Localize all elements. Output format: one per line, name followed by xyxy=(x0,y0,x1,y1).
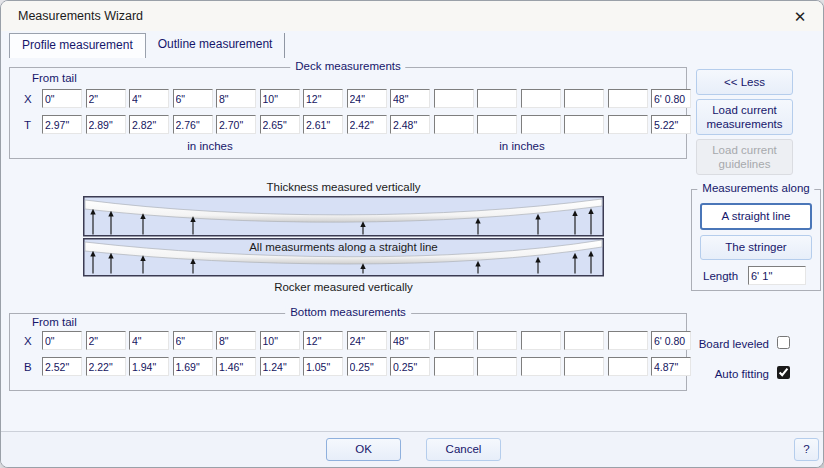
tab-profile-measurement[interactable]: Profile measurement xyxy=(9,33,146,58)
measurement-field[interactable] xyxy=(216,115,256,134)
measurement-field[interactable] xyxy=(173,89,213,108)
measurement-field[interactable] xyxy=(477,331,517,350)
help-button[interactable]: ? xyxy=(794,438,819,461)
measurement-field[interactable] xyxy=(651,331,691,350)
length-label: Length xyxy=(703,270,738,282)
measurements-wizard-dialog: Measurements Wizard ✕ Profile measuremen… xyxy=(0,0,824,468)
measurement-field[interactable] xyxy=(303,357,343,376)
measurement-field[interactable] xyxy=(42,331,82,350)
measurement-field[interactable] xyxy=(521,357,561,376)
measurement-field[interactable] xyxy=(390,89,430,108)
measurement-field[interactable] xyxy=(260,115,300,134)
auto-fitting-checkbox[interactable] xyxy=(777,366,790,379)
measurement-field[interactable] xyxy=(651,115,691,134)
measurement-field[interactable] xyxy=(129,115,169,134)
measurement-field[interactable] xyxy=(434,115,474,134)
measurement-field[interactable] xyxy=(303,331,343,350)
measurement-field[interactable] xyxy=(303,89,343,108)
load-current-measurements-button[interactable]: Load current measurements xyxy=(696,99,793,135)
measurement-field[interactable] xyxy=(86,357,126,376)
deck-from-tail-label: From tail xyxy=(32,72,77,84)
measurement-field[interactable] xyxy=(129,357,169,376)
measurement-field[interactable] xyxy=(608,89,648,108)
rocker-diagram-label: Rocker measured vertically xyxy=(83,281,604,293)
measurement-field[interactable] xyxy=(608,357,648,376)
measurement-field[interactable] xyxy=(129,331,169,350)
measurement-field[interactable] xyxy=(260,89,300,108)
measurement-field[interactable] xyxy=(390,115,430,134)
cancel-button[interactable]: Cancel xyxy=(426,438,501,461)
measurement-field[interactable] xyxy=(173,115,213,134)
measurement-field[interactable] xyxy=(173,331,213,350)
ok-button[interactable]: OK xyxy=(326,438,401,461)
bottom-from-tail-label: From tail xyxy=(32,316,77,328)
measurement-field[interactable] xyxy=(521,89,561,108)
measurement-field[interactable] xyxy=(434,89,474,108)
deck-t-fields xyxy=(42,115,691,134)
measurement-field[interactable] xyxy=(86,89,126,108)
measurement-field[interactable] xyxy=(216,357,256,376)
measurement-field[interactable] xyxy=(564,357,604,376)
measurement-field[interactable] xyxy=(521,115,561,134)
bottom-x-row: X xyxy=(24,331,691,350)
measurement-field[interactable] xyxy=(564,331,604,350)
measurement-field[interactable] xyxy=(260,331,300,350)
deck-unit-note-left: in inches xyxy=(160,140,260,152)
title-bar: Measurements Wizard ✕ xyxy=(1,1,823,31)
measurements-along-label: Measurements along xyxy=(697,182,814,194)
measurement-field[interactable] xyxy=(347,115,387,134)
auto-fitting-label: Auto fitting xyxy=(691,368,769,380)
bottom-b-row: B xyxy=(24,357,691,376)
measurement-field[interactable] xyxy=(173,357,213,376)
deck-unit-note-right: in inches xyxy=(472,140,572,152)
measurement-field[interactable] xyxy=(42,115,82,134)
board-leveled-label: Board leveled xyxy=(691,338,769,350)
less-button[interactable]: << Less xyxy=(696,69,793,95)
measurement-field[interactable] xyxy=(42,357,82,376)
deck-x-row-label: X xyxy=(24,93,36,105)
measurement-field[interactable] xyxy=(608,331,648,350)
measurement-field[interactable] xyxy=(390,331,430,350)
measurement-field[interactable] xyxy=(86,115,126,134)
close-icon[interactable]: ✕ xyxy=(785,5,815,28)
load-current-guidelines-button[interactable]: Load current guidelines xyxy=(696,139,793,175)
measurement-field[interactable] xyxy=(347,357,387,376)
measurement-field[interactable] xyxy=(434,331,474,350)
measurement-field[interactable] xyxy=(347,89,387,108)
measurement-field[interactable] xyxy=(260,357,300,376)
measurement-field[interactable] xyxy=(86,331,126,350)
measurement-field[interactable] xyxy=(434,357,474,376)
stringer-button[interactable]: The stringer xyxy=(700,235,812,260)
footer-bar: OK Cancel ? xyxy=(1,431,823,467)
deck-t-row: T xyxy=(24,115,691,134)
measurement-field[interactable] xyxy=(651,89,691,108)
measurement-field[interactable] xyxy=(347,331,387,350)
bottom-b-fields xyxy=(42,357,691,376)
measurement-field[interactable] xyxy=(564,115,604,134)
measurement-field[interactable] xyxy=(129,89,169,108)
measurement-field[interactable] xyxy=(564,89,604,108)
length-input[interactable] xyxy=(748,266,806,285)
measurement-field[interactable] xyxy=(42,89,82,108)
measurement-field[interactable] xyxy=(216,89,256,108)
bottom-b-row-label: B xyxy=(24,361,36,373)
measurement-field[interactable] xyxy=(651,357,691,376)
bottom-group-label: Bottom measurements xyxy=(285,306,411,318)
measurement-field[interactable] xyxy=(608,115,648,134)
measurement-field[interactable] xyxy=(521,331,561,350)
straight-line-button[interactable]: A straight line xyxy=(700,203,812,230)
thickness-diagram-label: Thickness measured vertically xyxy=(83,181,604,193)
deck-measurements-group: Deck measurements From tail X T in inche… xyxy=(9,67,687,159)
measurement-field[interactable] xyxy=(477,357,517,376)
measurements-along-group: Measurements along A straight line The s… xyxy=(691,189,821,291)
deck-x-row: X xyxy=(24,89,691,108)
measurement-field[interactable] xyxy=(216,331,256,350)
measurement-field[interactable] xyxy=(390,357,430,376)
bottom-x-row-label: X xyxy=(24,335,36,347)
measurement-field[interactable] xyxy=(477,89,517,108)
measurement-field[interactable] xyxy=(303,115,343,134)
measurement-field[interactable] xyxy=(477,115,517,134)
tab-outline-measurement[interactable]: Outline measurement xyxy=(146,33,286,58)
deck-x-fields xyxy=(42,89,691,108)
board-leveled-checkbox[interactable] xyxy=(777,336,790,349)
